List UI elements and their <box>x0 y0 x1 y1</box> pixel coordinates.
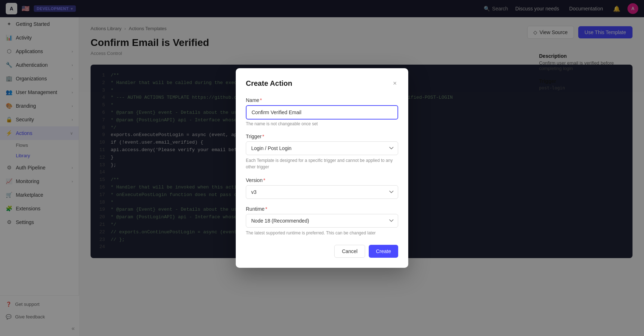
runtime-field-group: Runtime* Node 18 (Recommended) Node 16 N… <box>246 206 398 236</box>
modal-footer: Cancel Create <box>246 245 398 258</box>
trigger-hint: Each Template is designed for a specific… <box>246 157 398 170</box>
create-action-modal: Create Action × Name* The name is not ch… <box>236 68 408 268</box>
trigger-field-group: Trigger* Login / Post Login Machine to M… <box>246 134 398 170</box>
version-field-label: Version* <box>246 177 398 183</box>
modal-overlay[interactable]: Create Action × Name* The name is not ch… <box>0 0 644 336</box>
trigger-select[interactable]: Login / Post Login Machine to Machine Pr… <box>246 141 398 155</box>
runtime-hint: The latest supported runtime is preferre… <box>246 230 398 236</box>
version-select[interactable]: v3 v2 v1 <box>246 185 398 199</box>
name-field-label: Name* <box>246 97 398 103</box>
modal-close-button[interactable]: × <box>391 78 398 89</box>
cancel-button[interactable]: Cancel <box>334 245 365 258</box>
version-field-group: Version* v3 v2 v1 <box>246 177 398 199</box>
name-input[interactable] <box>246 105 398 120</box>
runtime-select[interactable]: Node 18 (Recommended) Node 16 Node 12 <box>246 214 398 228</box>
modal-header: Create Action × <box>246 78 398 89</box>
modal-title: Create Action <box>246 79 292 88</box>
trigger-field-label: Trigger* <box>246 134 398 139</box>
runtime-field-label: Runtime* <box>246 206 398 212</box>
name-field-group: Name* The name is not changeable once se… <box>246 97 398 126</box>
name-hint: The name is not changeable once set <box>246 121 398 126</box>
create-button[interactable]: Create <box>369 245 398 258</box>
